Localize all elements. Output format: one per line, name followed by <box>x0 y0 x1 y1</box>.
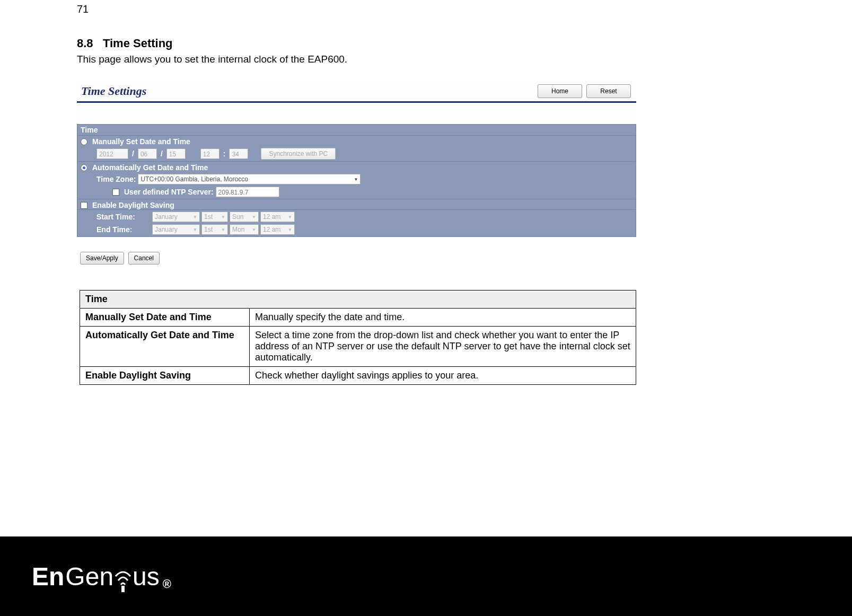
desc-row-val: Check whether daylight savings applies t… <box>250 367 636 385</box>
dst-end-label: End Time: <box>96 225 152 234</box>
date-separator-2: / <box>161 149 163 158</box>
time-separator: : <box>223 149 226 158</box>
chevron-down-icon: ▼ <box>221 227 225 232</box>
timezone-select[interactable]: UTC+00:00 Gambia, Liberia, Morocco ▼ <box>138 174 361 184</box>
svg-rect-0 <box>121 586 125 592</box>
desc-table-header: Time <box>80 291 636 309</box>
section-heading: 8.8 Time Setting <box>77 37 599 50</box>
chevron-down-icon: ▼ <box>252 215 256 219</box>
dst-start-day[interactable]: Sun▼ <box>230 212 259 222</box>
manual-label: Manually Set Date and Time <box>92 137 190 146</box>
manual-radio[interactable] <box>81 138 87 145</box>
section-heading-num: 8.8 <box>77 37 93 50</box>
panel-title: Time Settings <box>81 84 146 98</box>
chevron-down-icon: ▼ <box>221 215 225 219</box>
dst-start-label: Start Time: <box>96 213 152 221</box>
auto-label: Automatically Get Date and Time <box>92 163 208 172</box>
timezone-value: UTC+00:00 Gambia, Liberia, Morocco <box>140 175 248 183</box>
hour-input[interactable]: 12 <box>200 148 219 159</box>
chevron-down-icon: ▼ <box>193 215 197 219</box>
logo-text-gen: Gen <box>65 562 113 591</box>
wifi-icon <box>112 565 134 592</box>
dst-start-hour[interactable]: 12 am▼ <box>260 212 295 222</box>
engenius-logo: EnGen us® <box>32 562 171 591</box>
auto-radio[interactable] <box>81 164 87 171</box>
day-input[interactable]: 15 <box>166 148 186 159</box>
ntp-server-input[interactable]: 209.81.9.7 <box>216 187 279 197</box>
logo-text-us: us <box>133 562 160 591</box>
desc-row-val: Manually specify the date and time. <box>250 309 636 327</box>
chevron-down-icon: ▼ <box>288 215 292 219</box>
logo-text-en: En <box>32 562 64 591</box>
minute-input[interactable]: 34 <box>229 148 248 159</box>
desc-row-key: Enable Daylight Saving <box>80 367 250 385</box>
dst-label: Enable Daylight Saving <box>92 201 174 209</box>
dst-end-hour[interactable]: 12 am▼ <box>260 224 295 235</box>
reset-button[interactable]: Reset <box>586 84 631 98</box>
cancel-button[interactable]: Cancel <box>128 252 160 265</box>
year-input[interactable]: 2012 <box>96 148 128 159</box>
dst-start-week[interactable]: 1st▼ <box>201 212 228 222</box>
date-separator-1: / <box>132 149 134 158</box>
time-section-header: Time <box>77 124 636 136</box>
ntp-label: User defined NTP Server: <box>124 188 214 196</box>
footer-brand-bar: EnGen us® <box>0 536 852 616</box>
month-input[interactable]: 06 <box>138 148 157 159</box>
dst-end-month[interactable]: January▼ <box>152 224 200 235</box>
section-heading-title: Time Setting <box>103 37 173 50</box>
chevron-down-icon: ▼ <box>354 177 358 182</box>
save-apply-button[interactable]: Save/Apply <box>80 252 124 265</box>
dst-start-month[interactable]: January▼ <box>152 212 200 222</box>
dst-checkbox[interactable] <box>81 202 87 209</box>
sync-pc-button[interactable]: Synchronize with PC <box>261 148 336 160</box>
chevron-down-icon: ▼ <box>288 227 292 232</box>
ntp-checkbox[interactable] <box>112 189 119 196</box>
desc-row-key: Automatically Get Date and Time <box>80 327 250 367</box>
page-number: 71 <box>77 3 599 15</box>
dst-end-week[interactable]: 1st▼ <box>201 224 228 235</box>
desc-row-val: Select a time zone from the drop-down li… <box>250 327 636 367</box>
time-settings-panel: Time Settings Home Reset Time Manually S… <box>77 81 636 269</box>
chevron-down-icon: ▼ <box>252 227 256 232</box>
timezone-label: Time Zone: <box>96 175 136 183</box>
chevron-down-icon: ▼ <box>193 227 197 232</box>
section-intro: This page allows you to set the internal… <box>77 54 599 65</box>
registered-icon: ® <box>163 577 171 591</box>
desc-row-key: Manually Set Date and Time <box>80 309 250 327</box>
dst-end-day[interactable]: Mon▼ <box>230 224 259 235</box>
home-button[interactable]: Home <box>538 84 582 98</box>
description-table: Time Manually Set Date and Time Manually… <box>80 290 636 385</box>
